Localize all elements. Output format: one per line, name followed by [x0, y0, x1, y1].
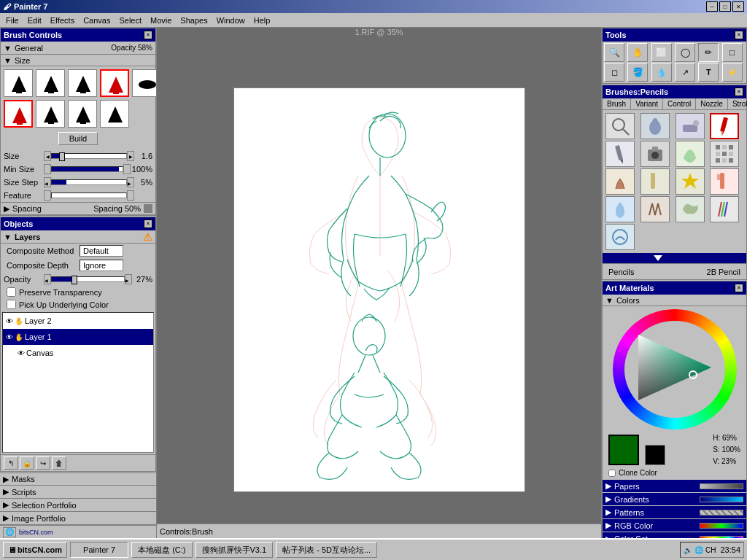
brush-thumb-camera[interactable] — [640, 141, 670, 167]
tab-variant[interactable]: Variant — [631, 98, 663, 109]
brush-thumb-8[interactable] — [68, 100, 97, 128]
menu-edit[interactable]: Edit — [23, 15, 46, 26]
brush-thumb-pen[interactable] — [605, 141, 635, 167]
brush-thumb-texture[interactable] — [710, 141, 739, 167]
art-materials-close[interactable]: ✕ — [735, 284, 743, 292]
brushes-close[interactable]: ✕ — [735, 88, 743, 96]
start-button[interactable]: 🖥 bitsCN.com — [3, 542, 67, 558]
size-left-arrow[interactable]: ◀ — [44, 151, 51, 161]
brush-thumb-magnifier[interactable] — [605, 113, 635, 139]
tool-text[interactable]: T — [698, 63, 719, 82]
composite-depth-value[interactable]: Ignore — [80, 260, 123, 271]
background-color[interactable] — [645, 445, 665, 465]
feature-track[interactable] — [51, 192, 127, 198]
min-size-left-arrow[interactable] — [44, 164, 51, 174]
clone-color-checkbox[interactable] — [608, 470, 616, 477]
brush-thumb-special[interactable] — [605, 168, 635, 195]
opacity-thumb[interactable] — [71, 276, 77, 284]
drawing-canvas[interactable] — [233, 88, 525, 492]
foreground-color[interactable] — [608, 435, 639, 465]
brush-thumb-multi[interactable] — [710, 196, 739, 222]
maximize-button[interactable]: □ — [719, 1, 731, 12]
opacity-left[interactable]: ◀ — [44, 274, 51, 284]
bitscn-icon[interactable]: 🌐 — [3, 527, 16, 537]
layer-item-layer2[interactable]: 👁 ✋ Layer 2 — [3, 313, 153, 329]
tab-nozzle[interactable]: Nozzle — [696, 98, 728, 109]
brush-thumb-5[interactable] — [132, 69, 157, 97]
brush-thumb-6-selected[interactable] — [4, 100, 33, 128]
tool-transform[interactable]: ↗ — [675, 63, 695, 82]
tool-hand[interactable]: ✋ — [627, 43, 648, 62]
taskbar-painter[interactable]: Painter 7 — [70, 542, 128, 558]
scripts-item[interactable]: ▶ Scripts — [0, 486, 156, 499]
tab-stroke[interactable]: Stroke — [728, 98, 747, 109]
menu-effects[interactable]: Effects — [46, 15, 79, 26]
size-step-track[interactable] — [51, 179, 127, 185]
brush-thumb-chalk[interactable] — [640, 168, 670, 195]
menu-canvas[interactable]: Canvas — [79, 15, 115, 26]
opacity-track[interactable] — [51, 276, 125, 282]
brush-thumb-star[interactable] — [676, 168, 705, 195]
patterns-item[interactable]: ▶ Patterns — [603, 506, 746, 519]
brush-thumb-watercolor2[interactable] — [605, 196, 635, 222]
brush-thumb-7[interactable] — [36, 100, 65, 128]
brush-thumb-pencil-red[interactable] — [710, 113, 739, 139]
menu-select[interactable]: Select — [115, 15, 146, 26]
brush-thumb-4-selected[interactable] — [100, 69, 129, 97]
tab-control[interactable]: Control — [663, 98, 696, 109]
close-button[interactable]: ✕ — [732, 1, 744, 12]
layer-lock-button[interactable]: 🔒 — [20, 456, 34, 470]
brush-thumb-1[interactable] — [4, 69, 33, 97]
brush-controls-close[interactable]: ✕ — [144, 31, 152, 39]
preserve-transparency-checkbox[interactable] — [7, 287, 16, 297]
menu-movie[interactable]: Movie — [146, 15, 176, 26]
hue-ring[interactable] — [613, 309, 737, 429]
tool-magnify[interactable]: 🔍 — [604, 43, 624, 62]
menu-shapes[interactable]: Shapes — [176, 15, 212, 26]
opacity-right[interactable]: ▶ — [125, 274, 132, 284]
taskbar-forum[interactable]: 帖子列表 - 5D互动论坛... — [276, 542, 377, 558]
tool-crop[interactable]: ⬜ — [651, 43, 672, 62]
layer-new-button[interactable]: ↰ — [4, 456, 18, 470]
tool-eyedrop[interactable]: 💧 — [651, 63, 672, 82]
size-step-right-arrow[interactable]: ▶ — [127, 177, 134, 187]
tools-close[interactable]: ✕ — [735, 31, 743, 39]
tool-eraser[interactable]: ◻ — [604, 63, 624, 82]
brush-thumb-water[interactable] — [640, 113, 670, 139]
brush-thumb-3[interactable] — [68, 69, 97, 97]
menu-help[interactable]: Help — [249, 15, 275, 26]
brush-thumb-water3[interactable] — [605, 224, 635, 250]
taskbar-sogou[interactable]: 搜狗抓屏快手V3.1 — [196, 542, 274, 558]
size-step-left-arrow[interactable]: ◀ — [44, 177, 51, 187]
tool-lasso[interactable]: ◯ — [675, 43, 695, 62]
image-portfolio-item[interactable]: ▶ Image Portfolio — [0, 512, 156, 525]
papers-item[interactable]: ▶ Papers — [603, 480, 746, 493]
menu-file[interactable]: File — [1, 15, 23, 26]
gradients-item[interactable]: ▶ Gradients — [603, 493, 746, 506]
size-slider-track[interactable] — [51, 153, 127, 159]
menu-window[interactable]: Window — [212, 15, 249, 26]
brush-thumb-dry[interactable] — [640, 196, 670, 222]
size-right-arrow[interactable]: ▶ — [127, 151, 134, 161]
min-size-right-arrow[interactable] — [123, 164, 131, 174]
build-button[interactable]: Build — [58, 132, 98, 145]
colors-section-header[interactable]: ▼ Colors — [603, 295, 746, 306]
size-slider-thumb[interactable] — [59, 152, 65, 161]
brush-thumb-watercolor[interactable] — [676, 141, 705, 167]
layer-item-layer1[interactable]: 👁 ✋ Layer 1 — [3, 329, 153, 345]
feature-right-arrow[interactable] — [127, 190, 134, 201]
tool-shape[interactable]: □ — [722, 43, 743, 62]
composite-method-value[interactable]: Default — [80, 245, 123, 257]
general-section-header[interactable]: ▼ General Opacity 58% — [1, 42, 155, 55]
tab-brush[interactable]: Brush — [603, 98, 631, 109]
taskbar-local-disk[interactable]: 本地磁盘 (C:) — [131, 542, 192, 558]
layer-item-canvas[interactable]: 👁 Canvas — [3, 345, 153, 361]
layer-merge-button[interactable]: ↪ — [36, 456, 50, 470]
spacing-section[interactable]: ▶ Spacing Spacing 50% — [1, 202, 155, 215]
brush-thumb-pastel[interactable] — [710, 168, 739, 195]
minimize-button[interactable]: ─ — [706, 1, 718, 12]
tool-brush[interactable]: ✏ — [698, 43, 719, 62]
selection-portfolio-item[interactable]: ▶ Selection Portfolio — [0, 499, 156, 512]
pick-underlying-checkbox[interactable] — [7, 300, 16, 309]
tool-pen[interactable]: ⚡ — [722, 63, 743, 82]
